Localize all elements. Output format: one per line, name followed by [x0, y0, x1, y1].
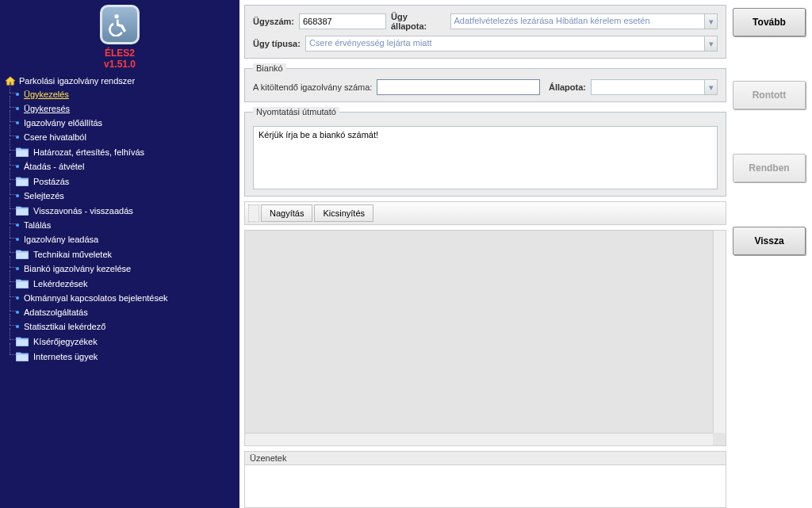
sidebar-item[interactable]: Technikai műveletek	[5, 246, 235, 262]
wheelchair-icon	[107, 11, 132, 38]
scrollbar-horizontal[interactable]	[245, 433, 713, 445]
bianko-number-label: A kitöltendő igazolvány száma:	[253, 82, 372, 92]
bullet-icon	[16, 93, 19, 96]
bullet-icon	[16, 194, 19, 197]
dropdown-icon: ▾	[704, 14, 717, 29]
sidebar-item-label[interactable]: Biankó igazolvány kezelése	[24, 264, 131, 273]
app-logo-wrap: ÉLES2 v1.51.0	[0, 0, 239, 73]
action-button-column: Tovább Rontott Rendben Vissza	[733, 5, 806, 508]
sidebar-item[interactable]: Igazolvány előállítás	[5, 116, 235, 130]
sidebar-item-label[interactable]: Postázás	[33, 177, 69, 186]
nav-root[interactable]: Parkolási igazolvány rendszer	[5, 74, 235, 87]
bullet-icon	[16, 311, 19, 314]
sidebar-item-label[interactable]: Adatszolgáltatás	[24, 307, 88, 317]
sidebar-item-label[interactable]: Lekérdezések	[33, 279, 88, 288]
case-info-group: Ügyszám: Ügy állapota: Adatfelvételezés …	[244, 5, 726, 59]
next-button[interactable]: Tovább	[733, 8, 806, 36]
sidebar-item-label[interactable]: Határozat, értesítés, felhívás	[33, 147, 144, 157]
bullet-icon	[16, 107, 19, 110]
sidebar-item[interactable]: Találás	[5, 218, 235, 232]
sidebar: ÉLES2 v1.51.0 Parkolási igazolvány rends…	[0, 0, 239, 508]
print-guide-text: Kérjük írja be a biankó számát!	[253, 126, 718, 189]
folder-icon	[16, 278, 29, 288]
sidebar-item-label[interactable]: Okmánnyal kapcsolatos bejelentések	[24, 293, 168, 303]
sidebar-item[interactable]: Internetes ügyek	[5, 349, 235, 364]
case-number-field	[299, 13, 386, 29]
bianko-status-label: Állapota:	[549, 82, 586, 92]
messages-panel: Üzenetek	[244, 451, 726, 508]
app-title: ÉLES2	[0, 48, 239, 59]
sidebar-item-label[interactable]: Igazolvány előállítás	[24, 118, 102, 128]
sidebar-item[interactable]: Határozat, értesítés, felhívás	[5, 144, 235, 159]
dropdown-icon: ▾	[704, 36, 717, 51]
sidebar-item[interactable]: Kísérőjegyzékek	[5, 334, 235, 349]
sidebar-item[interactable]: Átadás - átvétel	[5, 159, 235, 174]
bianko-status-select: ▾	[591, 79, 718, 95]
sidebar-item[interactable]: Ügykezelés	[5, 87, 235, 101]
zoom-toolbar: Nagyítás Kicsinyítés	[244, 201, 726, 225]
bullet-icon	[16, 136, 19, 139]
sidebar-item-label[interactable]: Technikai műveletek	[33, 250, 112, 259]
sidebar-item[interactable]: Visszavonás - visszaadás	[5, 203, 235, 218]
app-version: v1.51.0	[0, 59, 239, 70]
main-area: Ügyszám: Ügy állapota: Adatfelvételezés …	[239, 0, 812, 508]
bullet-icon	[16, 223, 19, 227]
sidebar-item[interactable]: Biankó igazolvány kezelése	[5, 262, 235, 276]
sidebar-item[interactable]: Ügykeresés	[5, 101, 235, 116]
bullet-icon	[16, 165, 19, 168]
sidebar-item[interactable]: Okmánnyal kapcsolatos bejelentések	[5, 291, 235, 305]
content-column: Ügyszám: Ügy állapota: Adatfelvételezés …	[244, 5, 726, 508]
sidebar-item-label[interactable]: Kísérőjegyzékek	[33, 337, 98, 346]
bianko-legend: Biankó	[253, 63, 286, 73]
zoom-in-button[interactable]: Nagyítás	[261, 204, 312, 222]
sidebar-item-label[interactable]: Internetes ügyek	[33, 352, 98, 361]
sidebar-item-label[interactable]: Selejtezés	[24, 191, 64, 201]
case-status-value: Adatfelvételezés lezárása Hibátlan kérel…	[451, 14, 704, 29]
sidebar-item-label[interactable]: Ügykeresés	[24, 104, 70, 113]
svg-point-0	[114, 14, 118, 18]
bullet-icon	[16, 121, 19, 124]
messages-body	[244, 465, 726, 508]
scrollbar-vertical[interactable]	[713, 231, 726, 433]
print-preview-area	[244, 230, 726, 446]
sidebar-item-label[interactable]: Igazolvány leadása	[24, 235, 98, 244]
sidebar-item-label[interactable]: Statisztikai lekérdező	[24, 322, 105, 331]
messages-header: Üzenetek	[244, 451, 726, 465]
sidebar-item-label[interactable]: Visszavonás - visszaadás	[33, 206, 133, 216]
bullet-icon	[16, 296, 19, 300]
folder-icon	[16, 176, 29, 186]
sidebar-item[interactable]: Adatszolgáltatás	[5, 305, 235, 319]
sidebar-item[interactable]: Igazolvány leadása	[5, 232, 235, 246]
bianko-group: Biankó A kitöltendő igazolvány száma: Ál…	[244, 63, 726, 102]
bianko-number-input[interactable]	[377, 79, 540, 95]
sidebar-item-label[interactable]: Csere hivatalból	[24, 132, 86, 142]
nav-tree: Parkolási igazolvány rendszer Ügykezelés…	[0, 73, 239, 508]
case-status-label: Ügy állapota:	[391, 12, 446, 31]
bullet-icon	[16, 238, 19, 241]
bianko-status-value	[592, 80, 704, 94]
sidebar-item-label[interactable]: Átadás - átvétel	[24, 162, 84, 171]
sidebar-item-label[interactable]: Találás	[24, 220, 51, 230]
ok-button: Rendben	[733, 154, 806, 182]
folder-icon	[16, 351, 29, 361]
sidebar-item[interactable]: Lekérdezések	[5, 276, 235, 291]
nav-root-label: Parkolási igazolvány rendszer	[19, 76, 135, 86]
back-button[interactable]: Vissza	[733, 227, 806, 255]
sidebar-item[interactable]: Postázás	[5, 174, 235, 189]
folder-icon	[16, 205, 29, 216]
sidebar-item[interactable]: Selejtezés	[5, 189, 235, 203]
case-number-label: Ügyszám:	[253, 17, 294, 26]
folder-icon	[16, 147, 29, 157]
folder-icon	[16, 249, 29, 259]
case-type-value: Csere érvényesség lejárta miatt	[306, 36, 704, 51]
zoom-out-button[interactable]: Kicsinyítés	[314, 204, 373, 222]
folder-icon	[16, 336, 29, 346]
sidebar-item[interactable]: Csere hivatalból	[5, 130, 235, 144]
sidebar-item[interactable]: Statisztikai lekérdező	[5, 319, 235, 334]
bullet-icon	[16, 267, 19, 270]
app-logo	[100, 5, 140, 44]
print-guide-legend: Nyomtatási útmutató	[253, 107, 339, 116]
case-type-label: Ügy típusa:	[253, 39, 301, 48]
sidebar-item-label[interactable]: Ügykezelés	[24, 90, 69, 99]
zoom-toolbar-handle	[248, 204, 259, 222]
